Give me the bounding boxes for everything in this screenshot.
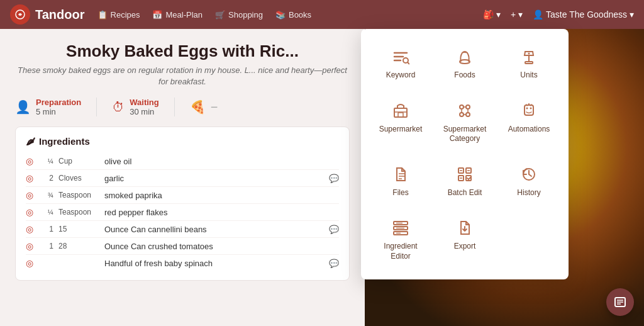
ingredients-section: 🌶 Ingredients ◎ ¼ Cup olive oil ◎ 2 Clov… (15, 126, 350, 281)
units-icon (520, 47, 538, 67)
check-icon[interactable]: ◎ (26, 241, 37, 251)
supermarket-label: Supermarket (379, 125, 423, 135)
units-label: Units (520, 70, 537, 81)
ingredient-qty: ¾ (42, 191, 53, 199)
servings-stat: 🍕 − (190, 99, 218, 115)
ingredient-unit: Teaspoon (58, 191, 99, 200)
check-icon[interactable]: ◎ (26, 173, 37, 183)
ingredient-editor-icon (392, 218, 409, 238)
dropdown-item-export[interactable]: Export (435, 210, 494, 269)
svg-rect-4 (525, 62, 533, 64)
svg-point-5 (528, 53, 530, 55)
ingredient-name: red pepper flakes (104, 208, 339, 217)
dropdown-item-batch-edit[interactable]: Batch Edit (435, 157, 494, 206)
table-row: ◎ ¾ Teaspoon smoked paprika (26, 187, 339, 204)
fab-button[interactable] (606, 288, 634, 316)
recipe-description: These smoky baked eggs are on regular ro… (15, 65, 350, 87)
check-icon[interactable]: ◎ (26, 224, 37, 234)
history-icon (520, 164, 538, 184)
stats-row: 👤 Preparation 5 min ⏱ Waiting 30 min 🍕 − (15, 98, 350, 116)
svg-point-9 (460, 105, 464, 109)
prep-label: Preparation (36, 98, 81, 107)
comment-icon[interactable]: 💬 (329, 259, 339, 268)
dropdown-item-units[interactable]: Units (499, 39, 558, 88)
svg-point-11 (460, 113, 464, 116)
dropdown-item-keyword[interactable]: Keyword (371, 39, 430, 88)
supermarket-category-label: Supermarket Category (440, 125, 489, 144)
brand-name: Tandoor (35, 8, 85, 22)
keyword-icon (392, 47, 409, 67)
svg-point-19 (530, 107, 532, 109)
ingredient-qty: 2 (42, 174, 53, 183)
ingredient-qty: 1 (42, 242, 53, 250)
recipe-title: Smoky Baked Eggs with Ric... (15, 42, 350, 61)
nav-recipes[interactable]: 📋 Recipes (97, 10, 140, 20)
table-row: ◎ ¼ Cup olive oil (26, 153, 339, 170)
table-row: ◎ ¼ Teaspoon red pepper flakes (26, 204, 339, 221)
svg-rect-17 (525, 105, 533, 115)
dropdown-item-automations[interactable]: Automations (499, 93, 558, 152)
svg-point-10 (466, 105, 470, 109)
svg-rect-8 (398, 113, 403, 117)
dropdown-item-files[interactable]: Files (371, 157, 430, 206)
check-icon[interactable]: ◎ (26, 156, 37, 166)
ingredient-unit: 28 (58, 242, 99, 250)
dropdown-item-supermarket-category[interactable]: Supermarket Category (435, 93, 494, 152)
waiting-label: Waiting (130, 98, 158, 107)
keyword-label: Keyword (386, 70, 416, 81)
check-icon[interactable]: ◎ (26, 258, 37, 268)
table-row: ◎ 2 Cloves garlic 💬 (26, 170, 339, 187)
foods-label: Foods (454, 70, 475, 81)
ingredient-name: Ounce Can cannellini beans (104, 225, 324, 234)
brand[interactable]: Tandoor (10, 4, 85, 25)
chili-icon: 🌶 (26, 136, 35, 147)
ingredient-qty: ¼ (42, 157, 53, 165)
nav-mealplan[interactable]: 📅 Meal-Plan (152, 10, 203, 20)
waiting-stat: ⏱ Waiting 30 min (112, 98, 158, 116)
ingredient-name: Handful of fresh baby spinach (104, 259, 324, 268)
check-icon[interactable]: ◎ (26, 207, 37, 217)
table-row: ◎ 1 28 Ounce Can crushed tomatoes (26, 238, 339, 255)
dropdown-item-history[interactable]: History (499, 157, 558, 206)
automations-label: Automations (508, 125, 550, 135)
admin-dropdown: Keyword Foods Units (361, 29, 569, 279)
ingredient-unit: Cloves (58, 174, 99, 183)
user-menu[interactable]: 👤 Taste The Goodness ▾ (533, 9, 634, 20)
left-panel: Smoky Baked Eggs with Ric... These smoky… (0, 29, 365, 326)
export-label: Export (454, 242, 476, 252)
servings-icon: 🍕 (190, 99, 206, 115)
ingredient-name: garlic (104, 174, 324, 183)
ingredient-qty: ¼ (42, 208, 53, 216)
comment-icon[interactable]: 💬 (329, 225, 339, 234)
comment-icon[interactable]: 💬 (329, 174, 339, 183)
brand-logo (10, 4, 30, 25)
navbar-links: 📋 Recipes 📅 Meal-Plan 🛒 Shopping 📚 Books (97, 10, 471, 20)
check-icon[interactable]: ◎ (26, 190, 37, 200)
foods-icon (456, 47, 474, 67)
batch-edit-label: Batch Edit (448, 188, 482, 198)
ingredient-unit: Teaspoon (58, 208, 99, 216)
servings-minus[interactable]: − (211, 100, 218, 115)
table-row: ◎ 1 15 Ounce Can cannellini beans 💬 (26, 221, 339, 238)
prep-icon: 👤 (15, 99, 31, 115)
dropdown-item-supermarket[interactable]: Supermarket (371, 93, 430, 152)
svg-point-18 (526, 107, 528, 109)
waiting-icon: ⏱ (112, 100, 125, 115)
supermarket-category-icon (456, 101, 474, 121)
export-icon (456, 218, 474, 238)
ingredient-name: Ounce Can crushed tomatoes (104, 242, 339, 251)
bag-button[interactable]: 🎒 ▾ (483, 9, 501, 20)
dropdown-item-ingredient-editor[interactable]: Ingredient Editor (371, 210, 430, 269)
navbar-right: 🎒 ▾ + ▾ 👤 Taste The Goodness ▾ (483, 9, 634, 20)
files-label: Files (392, 188, 408, 198)
dropdown-item-foods[interactable]: Foods (435, 39, 494, 88)
prep-stat: 👤 Preparation 5 min (15, 98, 81, 116)
svg-point-12 (466, 113, 470, 116)
nav-shopping[interactable]: 🛒 Shopping (215, 10, 263, 20)
add-button[interactable]: + ▾ (511, 9, 523, 20)
batch-edit-icon (456, 164, 474, 184)
navbar: Tandoor 📋 Recipes 📅 Meal-Plan 🛒 Shopping… (0, 0, 644, 29)
ingredient-qty: 1 (42, 225, 53, 233)
automations-icon (520, 101, 538, 121)
nav-books[interactable]: 📚 Books (275, 10, 311, 20)
